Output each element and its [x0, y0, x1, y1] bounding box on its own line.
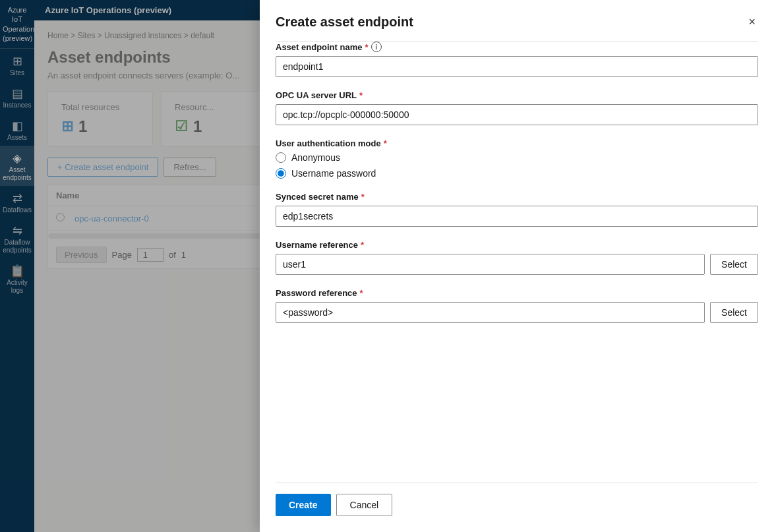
password-ref-input-group: Select [276, 302, 758, 323]
radio-username-password[interactable]: Username password [276, 168, 758, 179]
password-ref-group: Password reference * Select [276, 288, 758, 323]
auth-mode-group: User authentication mode * Anonymous Use… [276, 138, 758, 179]
info-icon-name[interactable]: i [371, 42, 382, 52]
username-ref-label: Username reference * [276, 240, 758, 250]
required-star-auth: * [384, 138, 387, 148]
opc-url-group: OPC UA server URL * [276, 90, 758, 125]
modal-panel: Create asset endpoint × Asset endpoint n… [260, 0, 774, 532]
modal-title: Create asset endpoint [276, 15, 413, 30]
cancel-button[interactable]: Cancel [336, 494, 393, 516]
synced-secret-input[interactable] [276, 206, 758, 227]
opc-url-input[interactable] [276, 104, 758, 125]
endpoint-name-input[interactable] [276, 56, 758, 77]
modal-close-button[interactable]: × [746, 13, 758, 30]
username-ref-input-group: Select [276, 254, 758, 275]
modal-header: Create asset endpoint × [260, 0, 774, 41]
username-select-button[interactable]: Select [710, 254, 758, 275]
required-star-user: * [361, 240, 364, 250]
password-ref-label: Password reference * [276, 288, 758, 298]
radio-username-input[interactable] [276, 168, 286, 179]
required-star-url: * [359, 90, 363, 100]
endpoint-name-group: Asset endpoint name * i [276, 42, 758, 77]
create-button[interactable]: Create [276, 494, 331, 516]
auth-mode-label: User authentication mode * [276, 138, 758, 148]
opc-url-label: OPC UA server URL * [276, 90, 758, 100]
modal-footer: Create Cancel [260, 483, 774, 532]
password-select-button[interactable]: Select [710, 302, 758, 323]
endpoint-name-label: Asset endpoint name * i [276, 42, 758, 52]
required-star-name: * [365, 42, 368, 52]
radio-group-auth: Anonymous Username password [276, 152, 758, 179]
required-star-secret: * [361, 192, 365, 202]
modal-spacer [260, 339, 774, 483]
username-ref-group: Username reference * Select [276, 240, 758, 275]
synced-secret-label: Synced secret name * [276, 192, 758, 202]
radio-anonymous-label: Anonymous [291, 152, 340, 163]
synced-secret-group: Synced secret name * [276, 192, 758, 227]
username-ref-input[interactable] [276, 254, 705, 275]
radio-username-label: Username password [291, 168, 376, 179]
radio-anonymous-input[interactable] [276, 152, 286, 163]
modal-body: Asset endpoint name * i OPC UA server UR… [260, 42, 774, 339]
required-star-pass: * [360, 288, 363, 298]
radio-anonymous[interactable]: Anonymous [276, 152, 758, 163]
password-ref-input[interactable] [276, 302, 705, 323]
modal-overlay: Create asset endpoint × Asset endpoint n… [0, 0, 774, 532]
